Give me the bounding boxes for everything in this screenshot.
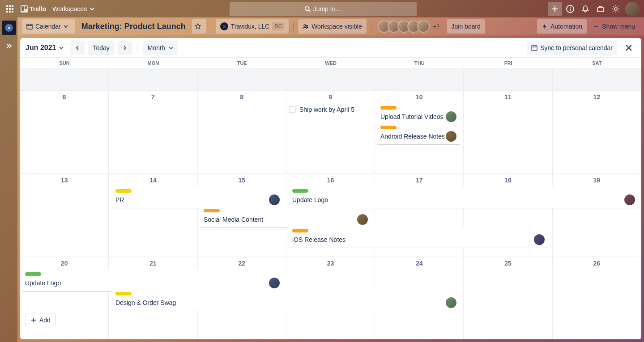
view-switcher[interactable]: Calendar [22,19,75,34]
card-member-avatar[interactable] [446,297,456,308]
label-yellow [115,189,132,193]
add-card-button[interactable]: Add [26,313,55,327]
label-orange [292,229,308,232]
card-update-logo-2[interactable]: Update Logo [21,270,283,291]
chevron-right-double-icon [5,42,13,50]
card-member-avatar[interactable] [624,194,635,205]
day-7[interactable]: 7 [109,91,197,174]
gear-icon [612,5,620,13]
visibility-chip[interactable]: Workspace visible [298,19,367,34]
visibility-label: Workspace visible [311,23,362,30]
card-member-avatar[interactable] [269,278,280,288]
close-icon [624,43,633,52]
svg-rect-1 [21,6,24,11]
workspaces-dropdown[interactable]: Workspaces [49,2,98,16]
calendar-icon [26,23,33,30]
side-rail [0,17,17,342]
settings-button[interactable] [609,2,623,16]
apps-switcher-button[interactable] [3,2,17,16]
notifications-button[interactable] [578,2,593,16]
chevron-left-icon [75,45,80,51]
show-menu-button[interactable]: Show menu [589,19,640,34]
label-green [292,189,308,193]
plus-icon [30,317,37,323]
next-month-button[interactable] [118,41,132,55]
svg-rect-6 [597,8,604,12]
board-title[interactable]: Marketing: Product Launch [77,22,190,31]
card-social-media[interactable]: Social Media Content [200,206,371,228]
search-icon [304,6,311,12]
card-member-avatar[interactable] [269,194,280,205]
card-ios-notes[interactable]: iOS Release Notes [289,226,548,248]
card-member-avatar[interactable] [446,131,456,142]
bell-icon [581,5,589,13]
card-member-avatar[interactable] [446,111,456,122]
plus-icon [551,5,559,13]
trello-logo[interactable]: Trello [18,2,49,16]
member-overflow[interactable]: +7 [430,20,444,33]
card-ship-work[interactable]: Ship work by April 5 [289,106,354,113]
day-8[interactable]: 8 [198,91,286,174]
month-select[interactable]: Jun 2021 [26,44,67,52]
briefcase-button[interactable] [593,2,608,16]
weekday-header: SUN MON TUE WED THU FRI SAT [20,58,641,68]
chevron-down-icon [90,6,95,12]
org-name: Travidux, LLC [231,23,270,30]
card-update-logo[interactable]: Update Logo [289,186,639,208]
prev-month-button[interactable] [70,41,85,55]
global-topbar: Trello Workspaces Jump to… [0,0,644,17]
calendar-icon [531,45,537,51]
board-header: Calendar Marketing: Product Launch ✕ Tra… [17,17,644,35]
card-pr[interactable]: PR [112,186,283,208]
profile-avatar[interactable] [625,2,640,16]
card-member-avatar[interactable] [357,214,368,225]
info-button[interactable] [563,2,577,16]
view-label: Calendar [35,23,61,30]
svg-point-9 [304,25,306,26]
workspace-chip[interactable]: ✕ Travidux, LLC BC [216,19,289,34]
label-yellow [115,292,132,296]
dots-icon [593,23,599,30]
workspaces-label: Workspaces [52,5,87,13]
calendar-grid: 6 7 8 9 10 11 12 Ship work by April 5 Up… [20,68,641,339]
create-button[interactable] [548,2,562,16]
day-13[interactable]: 13 [20,174,109,257]
day-6[interactable]: 6 [20,91,109,174]
svg-point-13 [597,26,598,27]
svg-rect-14 [532,46,537,51]
card-upload-tutorial[interactable]: Upload Tutorial Videos [377,103,460,125]
sync-calendar-button[interactable]: Sync to personal calendar [527,41,617,55]
star-icon [195,23,201,30]
search-placeholder: Jump to… [313,5,342,13]
member-stack[interactable]: +7 [378,20,444,33]
svg-point-10 [307,25,308,27]
org-badge: BC [272,22,284,30]
label-green [25,272,41,276]
range-select[interactable]: Month [143,41,178,55]
info-icon [566,5,574,13]
card-android-notes[interactable]: Android Release Notes [377,123,460,144]
card-member-avatar[interactable] [534,234,545,245]
join-board-button[interactable]: Join board [447,19,485,34]
workspace-logo[interactable] [2,21,16,35]
day-26[interactable]: 26 [553,257,641,339]
day-11[interactable]: 11 [464,91,552,174]
day-9[interactable]: 9 [286,91,375,174]
automation-button[interactable]: Automation [537,19,587,34]
expand-sidebar-button[interactable] [2,39,16,53]
svg-point-3 [305,6,309,10]
day-12[interactable]: 12 [553,91,641,174]
today-button[interactable]: Today [88,41,114,55]
svg-point-7 [614,8,617,10]
close-calendar-button[interactable] [622,41,636,55]
chevron-down-icon [169,46,173,50]
svg-rect-8 [27,24,32,29]
calendar-toolbar: Jun 2021 Today Month Sync to personal ca… [20,38,641,58]
svg-point-11 [594,26,595,27]
checkbox-icon[interactable] [289,106,296,113]
global-search[interactable]: Jump to… [230,2,417,16]
star-button[interactable] [192,19,206,34]
chevron-down-icon [64,24,68,29]
day-25[interactable]: 25 [464,257,552,339]
card-design-swag[interactable]: Design & Order Swag [112,289,460,311]
